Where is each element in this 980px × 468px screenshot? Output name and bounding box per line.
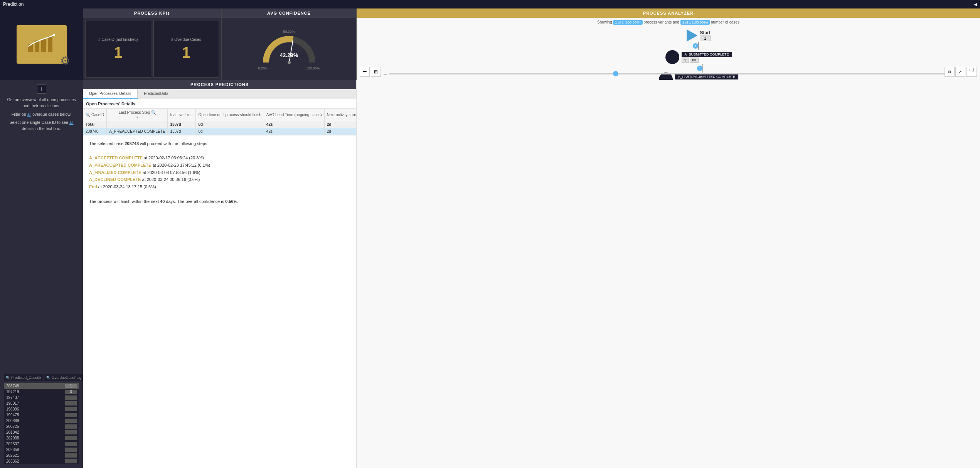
tab-open-processes[interactable]: Open Processes' Details xyxy=(83,89,138,99)
gauge-max-label: 100.00% xyxy=(306,66,320,70)
predictions-tabs: Open Processes' Details PredictedData xyxy=(83,89,356,99)
zoom-thumb[interactable] xyxy=(613,71,618,76)
top-panels: PROCESS KPIs # CaseID (not finished) 1 #… xyxy=(83,8,980,80)
collapse-icon[interactable]: ◀ xyxy=(974,2,977,7)
kpi-panel: PROCESS KPIs # CaseID (not finished) 1 #… xyxy=(83,8,222,80)
selected-case-num: 208748 xyxy=(125,141,139,146)
row-avg-lead: 42s xyxy=(264,128,324,135)
toolbar-grid-btn[interactable]: ⊞ xyxy=(371,67,381,77)
filter-col-caseid: 🔍 Predicted_CaseID xyxy=(4,374,43,381)
table-row[interactable]: 208748 A_PREACCEPTED COMPLETE 1387d 8d 4… xyxy=(83,128,357,135)
kpi-title-overdue: # Overdue Cases xyxy=(171,37,201,42)
zoom-minus-label[interactable]: – xyxy=(384,71,387,77)
total-inactive: 1387d xyxy=(168,121,196,128)
svg-rect-3 xyxy=(48,36,52,52)
confidence-body: 50.00% 42.29% 0.00% 100.00% xyxy=(222,18,356,80)
right-content: PROCESS KPIs # CaseID (not finished) 1 #… xyxy=(83,8,980,468)
connector-2-badge: 1 xyxy=(697,66,702,71)
step-1: A_ACCEPTED COMPLETE at 2020-02-17 03:03:… xyxy=(89,154,350,162)
analyzer-bottom-area xyxy=(357,80,980,468)
list-item[interactable]: 2087481 xyxy=(4,383,79,389)
list-item[interactable]: 201042 xyxy=(4,429,79,435)
zoom-slider-row: – xyxy=(384,71,949,77)
zoom-expand-btn[interactable]: ⤢ xyxy=(955,67,965,77)
start-label: Start xyxy=(700,30,710,35)
kpi-value-overdue: 1 xyxy=(182,45,190,60)
open-processes-title: Open Processes' Details xyxy=(83,99,356,108)
row-last-step: A_PREACCEPTED COMPLETE xyxy=(107,128,168,135)
step-2: A_PREACCEPTED COMPLETE at 2020-02-23 17:… xyxy=(89,162,350,169)
gauge-min-label: 0.00% xyxy=(258,66,268,70)
analyzer-showing: Showing 1 of 1 (100.00%) process variant… xyxy=(357,18,980,27)
left-sidebar: ⚙ i Get an overview of all open processe… xyxy=(0,8,83,468)
list-item[interactable]: 202038 xyxy=(4,435,79,441)
gauge-value: 42.29% xyxy=(258,52,320,58)
col-caseid: 🔍 CaseID xyxy=(83,109,107,121)
finish-conf: 0.56%. xyxy=(225,199,238,204)
info-icon-box: i xyxy=(37,84,46,94)
kpi-title-caseid: # CaseID (not finished) xyxy=(98,37,138,42)
list-item[interactable]: 202358 xyxy=(4,447,79,453)
list-item[interactable]: 200389 xyxy=(4,418,79,424)
sidebar-info: i Get an overview of all open processes … xyxy=(0,80,83,370)
node-count-submitted: 1 xyxy=(682,57,689,63)
col-open-time: Open time until process should finish xyxy=(196,109,264,121)
total-caseid: Total xyxy=(83,121,107,128)
connector-1-badge: 1 xyxy=(693,43,698,49)
list-item[interactable]: 1972190 xyxy=(4,389,79,395)
list-item[interactable]: 202307 xyxy=(4,441,79,447)
connector-1: 1 xyxy=(698,42,699,50)
zoom-fit-btn[interactable]: ⊡ xyxy=(945,67,955,77)
step-3: A_FINALIZED COMPLETE at 2020-03-08 07:53… xyxy=(89,169,350,176)
list-item[interactable]: 200725 xyxy=(4,424,79,429)
kpi-card-overdue: # Overdue Cases 1 xyxy=(153,20,219,78)
confidence-header: AVG CONFIDENCE xyxy=(222,8,356,18)
list-item[interactable]: 203362 xyxy=(4,458,79,464)
zoom-right-btns: ⊡ ⤢ + 1 xyxy=(945,67,977,77)
list-item[interactable]: 197437 xyxy=(4,395,79,400)
case-list: 2087481197219019743719801719899619947820… xyxy=(4,383,79,464)
row-inactive: 1387d xyxy=(168,128,196,135)
svg-rect-2 xyxy=(41,39,46,52)
top-bar: Prediction ◀ xyxy=(0,0,980,8)
kpi-card-caseid: # CaseID (not finished) 1 xyxy=(85,20,151,78)
svg-point-4 xyxy=(53,34,55,36)
sidebar-logo: ⚙ xyxy=(0,8,83,80)
node-time-submitted: 0s xyxy=(690,57,699,63)
confidence-panel: AVG CONFIDENCE 50.00% 42. xyxy=(222,8,357,80)
node-label-submitted: A_SUBMITTED COMPLETE xyxy=(682,52,732,57)
zoom-plus-btn[interactable]: + 1 xyxy=(966,67,977,77)
details-link[interactable]: all xyxy=(69,120,74,125)
analyzer-badge1: 1 of 1 (100.00%) xyxy=(613,20,643,25)
node-circle-submitted xyxy=(665,50,679,64)
predictions-header: PROCESS PREDICTIONS xyxy=(83,80,356,89)
analyzer-header: PROCESS ANALYZER xyxy=(357,8,980,18)
list-item[interactable]: 199478 xyxy=(4,412,79,418)
tab-predicted-data[interactable]: PredictedData xyxy=(138,89,175,99)
app-title: Prediction xyxy=(3,2,24,7)
step-4: A_DECLINED COMPLETE at 2020-03-24 00:36:… xyxy=(89,176,350,183)
search-icon-caseid-table[interactable]: 🔍 xyxy=(86,113,90,117)
list-item[interactable]: 198996 xyxy=(4,406,79,412)
col-inactive: Inactive for ... xyxy=(168,109,196,121)
row-next-occ: 2d xyxy=(324,128,356,135)
sidebar-desc2: Filter on all overdue cases below. xyxy=(4,112,79,118)
row-open-time: 8d xyxy=(196,128,264,135)
kpi-cards: # CaseID (not finished) 1 # Overdue Case… xyxy=(83,18,221,80)
zoom-toolbar: ☰ ⊞ xyxy=(360,67,381,77)
gear-icon: ⚙ xyxy=(60,54,71,68)
predictions-table-container: Open Processes' Details 🔍 CaseID xyxy=(83,99,356,135)
total-last-step xyxy=(107,121,168,128)
filter-link[interactable]: all xyxy=(27,112,32,117)
sort-icon-step[interactable]: ▼ xyxy=(136,116,139,119)
sidebar-desc3: Select one single Case ID to see all det… xyxy=(4,120,79,132)
start-count: 1 xyxy=(700,35,711,41)
sidebar-bottom: 🔍 Predicted_CaseID 🔍 OverdueCaseFlag 208… xyxy=(0,370,83,468)
total-next-occ: 2d xyxy=(324,121,356,128)
zoom-track[interactable] xyxy=(389,73,949,74)
list-item[interactable]: 202521 xyxy=(4,453,79,458)
toolbar-list-btn[interactable]: ☰ xyxy=(360,67,370,77)
finish-summary: The process will finish within the next … xyxy=(89,198,350,205)
list-item[interactable]: 198017 xyxy=(4,400,79,406)
search-icon-step[interactable]: 🔍 xyxy=(151,110,156,115)
